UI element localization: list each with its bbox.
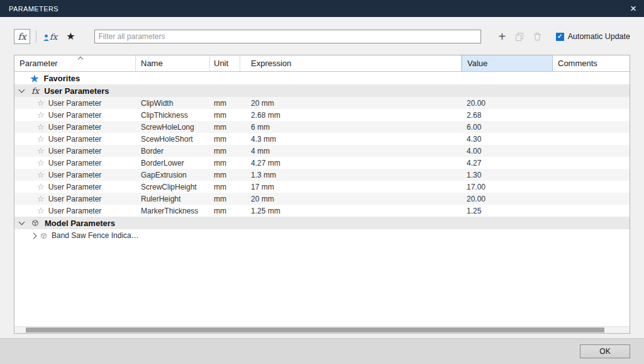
row-parameter-label: User Parameter bbox=[48, 207, 102, 215]
row-value: 4.27 bbox=[462, 159, 553, 168]
row-expression[interactable]: 6 mm bbox=[240, 123, 462, 132]
sort-ascending-icon bbox=[78, 57, 83, 62]
row-parameter-label: User Parameter bbox=[48, 147, 102, 156]
row-value: 17.00 bbox=[462, 183, 553, 191]
row-name[interactable]: ClipWidth bbox=[136, 99, 210, 108]
add-parameter-button[interactable]: + bbox=[499, 30, 506, 43]
column-header-value[interactable]: Value bbox=[462, 55, 553, 71]
table-row[interactable]: ☆User Parameter ScewHoleShort mm 4.3 mm … bbox=[14, 133, 630, 145]
row-unit: mm bbox=[210, 111, 240, 120]
row-expression[interactable]: 2.68 mm bbox=[240, 111, 462, 120]
toolbar: fx fx ★ + bbox=[14, 28, 630, 45]
favorite-star-icon[interactable]: ☆ bbox=[37, 123, 45, 132]
row-expression[interactable]: 17 mm bbox=[240, 183, 462, 191]
group-row-model-parameters[interactable]: Model Parameters bbox=[14, 217, 630, 229]
row-unit: mm bbox=[210, 159, 240, 168]
table-row[interactable]: ☆User Parameter RulerHeight mm 20 mm 20.… bbox=[14, 193, 630, 205]
row-unit: mm bbox=[210, 135, 240, 144]
table-row[interactable]: ☆User Parameter ClipWidth mm 20 mm 20.00 bbox=[14, 97, 630, 109]
table-row[interactable]: ☆User Parameter Border mm 4 mm 4.00 bbox=[14, 145, 630, 157]
row-unit: mm bbox=[210, 147, 240, 156]
row-expression[interactable]: 20 mm bbox=[240, 195, 462, 203]
chevron-right-icon[interactable] bbox=[31, 232, 37, 239]
favorite-star-icon[interactable]: ☆ bbox=[37, 147, 45, 156]
titlebar[interactable]: PARAMETERS × bbox=[0, 0, 644, 17]
row-parameter-label: User Parameter bbox=[48, 159, 102, 168]
parameters-table: Parameter Name Unit Expression Value Com… bbox=[14, 55, 630, 334]
table-row[interactable]: ☆User Parameter ClipThickness mm 2.68 mm… bbox=[14, 109, 630, 121]
row-expression[interactable]: 20 mm bbox=[240, 99, 462, 108]
row-value: 2.68 bbox=[462, 111, 553, 120]
row-value: 4.30 bbox=[462, 135, 553, 144]
table-row[interactable]: ☆User Parameter ScrewHoleLong mm 6 mm 6.… bbox=[14, 121, 630, 133]
group-row-favorites[interactable]: ★ Favorites bbox=[14, 72, 630, 84]
table-row[interactable]: ☆User Parameter BorderLower mm 4.27 mm 4… bbox=[14, 157, 630, 169]
person-icon bbox=[43, 34, 49, 42]
favorite-star-icon[interactable]: ☆ bbox=[37, 207, 45, 215]
table-header: Parameter Name Unit Expression Value Com… bbox=[14, 55, 630, 72]
favorite-star-icon[interactable]: ☆ bbox=[37, 111, 45, 120]
ok-button[interactable]: OK bbox=[580, 344, 630, 358]
row-name[interactable]: ScrewHoleLong bbox=[136, 123, 210, 132]
table-row[interactable]: ☆User Parameter ScrewClipHeight mm 17 mm… bbox=[14, 181, 630, 193]
row-name[interactable]: RulerHeight bbox=[136, 195, 210, 203]
row-name[interactable]: ScrewClipHeight bbox=[136, 183, 210, 191]
column-header-expression[interactable]: Expression bbox=[240, 55, 462, 71]
column-header-parameter[interactable]: Parameter bbox=[14, 55, 136, 71]
model-component-row[interactable]: Band Saw Fence Indica… bbox=[14, 229, 630, 242]
table-empty-area bbox=[14, 242, 630, 326]
row-expression[interactable]: 1.25 mm bbox=[240, 207, 462, 215]
row-name[interactable]: ScewHoleShort bbox=[136, 135, 210, 144]
row-unit: mm bbox=[210, 99, 240, 108]
row-expression[interactable]: 4.3 mm bbox=[240, 135, 462, 144]
row-name[interactable]: ClipThickness bbox=[136, 111, 210, 120]
row-name[interactable]: Border bbox=[136, 147, 210, 156]
column-label: Parameter bbox=[19, 59, 58, 68]
group-row-user-parameters[interactable]: fx User Parameters bbox=[14, 84, 630, 97]
favorite-star-icon[interactable]: ☆ bbox=[37, 135, 45, 144]
row-parameter-label: User Parameter bbox=[48, 99, 102, 108]
column-header-name[interactable]: Name bbox=[136, 55, 210, 71]
column-header-unit[interactable]: Unit bbox=[210, 55, 240, 71]
row-name[interactable]: MarkerThickness bbox=[136, 207, 210, 215]
row-expression[interactable]: 1.3 mm bbox=[240, 171, 462, 179]
row-expression[interactable]: 4.27 mm bbox=[240, 159, 462, 168]
favorite-star-icon[interactable]: ☆ bbox=[37, 159, 45, 168]
table-row[interactable]: ☆User Parameter GapExtrusion mm 1.3 mm 1… bbox=[14, 169, 630, 181]
row-expression[interactable]: 4 mm bbox=[240, 147, 462, 156]
dialog-footer: OK bbox=[0, 338, 644, 364]
row-name[interactable]: BorderLower bbox=[136, 159, 210, 168]
fx-icon: fx bbox=[31, 86, 39, 96]
component-label: Band Saw Fence Indica… bbox=[52, 231, 139, 240]
column-header-comments[interactable]: Comments bbox=[553, 55, 630, 71]
delete-parameter-button[interactable] bbox=[533, 32, 541, 41]
fx-toggle-button[interactable]: fx bbox=[14, 29, 30, 44]
row-parameter-label: User Parameter bbox=[48, 123, 102, 132]
favorite-star-icon[interactable]: ☆ bbox=[37, 183, 45, 191]
close-icon[interactable]: × bbox=[630, 3, 636, 14]
row-parameter-label: User Parameter bbox=[48, 195, 102, 203]
copy-parameter-button[interactable] bbox=[515, 32, 524, 41]
favorites-filter-button[interactable]: ★ bbox=[66, 31, 75, 42]
fx-icon: fx bbox=[50, 32, 57, 42]
horizontal-scrollbar[interactable] bbox=[14, 326, 630, 333]
table-row[interactable]: ☆User Parameter MarkerThickness mm 1.25 … bbox=[14, 205, 630, 217]
favorite-star-icon[interactable]: ☆ bbox=[37, 171, 45, 179]
chevron-down-icon[interactable] bbox=[19, 219, 25, 225]
automatic-update-label: Automatic Update bbox=[568, 32, 630, 41]
row-name[interactable]: GapExtrusion bbox=[136, 171, 210, 179]
favorite-star-icon[interactable]: ☆ bbox=[37, 195, 45, 203]
automatic-update-checkbox[interactable]: ✓ bbox=[556, 33, 564, 41]
row-unit: mm bbox=[210, 123, 240, 132]
chevron-down-icon[interactable] bbox=[19, 87, 25, 93]
favorite-star-icon[interactable]: ☆ bbox=[37, 99, 45, 108]
trash-icon bbox=[533, 32, 541, 41]
filter-input[interactable] bbox=[94, 30, 481, 43]
row-value: 6.00 bbox=[462, 123, 553, 132]
automatic-update-toggle[interactable]: ✓ Automatic Update bbox=[556, 32, 630, 41]
user-parameters-filter-button[interactable]: fx bbox=[43, 32, 57, 42]
row-parameter-label: User Parameter bbox=[48, 135, 102, 144]
model-cube-icon bbox=[31, 219, 40, 227]
horizontal-scrollbar-thumb[interactable] bbox=[26, 327, 604, 333]
dialog-title: PARAMETERS bbox=[0, 5, 58, 13]
